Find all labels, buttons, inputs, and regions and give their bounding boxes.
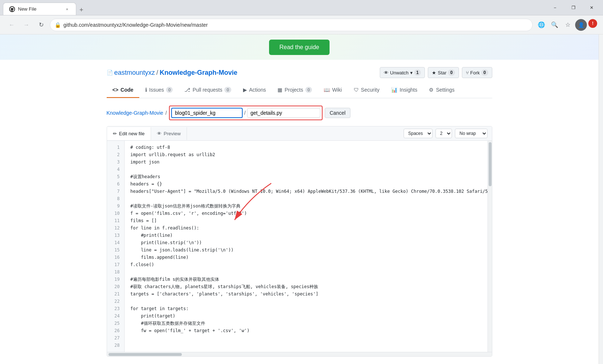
edit-tab[interactable]: ✏ Edit new file	[107, 127, 151, 140]
code-icon: <>	[113, 87, 118, 93]
filename-input[interactable]	[247, 108, 320, 118]
code-line: fw = open('film_' + target + '.csv', 'w'…	[130, 327, 482, 334]
line-number: 27	[107, 334, 124, 342]
browser-tab[interactable]: New File ×	[3, 3, 76, 15]
translate-icon[interactable]: 🌐	[536, 19, 547, 31]
line-number: 6	[107, 180, 124, 188]
unwatch-dropdown-icon: ▾	[410, 70, 413, 76]
url-text: github.com/eastmountyxz/Knowledge-Graph-…	[63, 22, 526, 28]
path-sep-2: /	[244, 110, 246, 116]
tab-title: New File	[18, 6, 37, 12]
maximize-button[interactable]: ❐	[565, 2, 582, 14]
line-number: 9	[107, 202, 124, 210]
line-number: 13	[107, 232, 124, 239]
tab-code-label: Code	[121, 87, 133, 93]
vertical-scrollbar[interactable]	[488, 141, 492, 352]
address-bar[interactable]: 🔒 github.com/eastmountyxz/Knowledge-Grap…	[50, 19, 533, 31]
code-line: #循环获取五类数据并存储至文件	[130, 320, 482, 327]
scrollbar-thumb[interactable]	[489, 142, 492, 186]
tab-wiki[interactable]: 📖 Wiki	[318, 82, 348, 98]
fork-label: Fork	[470, 70, 480, 76]
line-number: 25	[107, 320, 124, 327]
line-number: 20	[107, 283, 124, 290]
tab-close-btn[interactable]: ×	[64, 6, 70, 12]
code-line: films = []	[130, 217, 482, 224]
page-content: Read the guide 📄 eastmountyxz / Knowledg…	[0, 34, 599, 364]
search-icon[interactable]: 🔍	[549, 19, 560, 31]
line-number: 19	[107, 276, 124, 283]
minimize-button[interactable]: −	[547, 2, 563, 14]
insights-icon: 📊	[391, 87, 397, 93]
unwatch-label: Unwatch	[390, 70, 409, 76]
wiki-icon: 📖	[324, 87, 330, 93]
issues-count: 0	[166, 87, 173, 93]
tab-pr-label: Pull requests	[192, 87, 222, 93]
code-line: #print(line)	[130, 232, 482, 239]
projects-icon: ▦	[277, 87, 282, 93]
folder-input[interactable]	[171, 108, 243, 118]
code-line: f = open('films.csv', 'r', encoding='utf…	[130, 210, 482, 217]
indent-select[interactable]: 2 4	[435, 129, 452, 138]
close-button[interactable]: ✕	[583, 2, 600, 14]
tab-issues[interactable]: ℹ Issues 0	[139, 82, 179, 98]
projects-count: 0	[305, 87, 312, 93]
pr-count: 0	[224, 87, 231, 93]
tab-wiki-label: Wiki	[332, 87, 342, 93]
read-guide-button[interactable]: Read the guide	[269, 40, 330, 55]
eye-icon: 👁	[384, 70, 389, 76]
tab-actions-label: Actions	[249, 87, 266, 93]
star-button[interactable]: ★ Star 0	[428, 67, 459, 78]
repo-header: 📄 eastmountyxz / Knowledge-Graph-Movie 👁…	[107, 67, 492, 78]
actions-icon: ▶	[243, 87, 247, 93]
repo-owner-link[interactable]: eastmountyxz	[114, 69, 155, 77]
unwatch-button[interactable]: 👁 Unwatch ▾ 1	[380, 67, 425, 78]
repo-link[interactable]: Knowledge-Graph-Movie	[107, 110, 163, 116]
tab-security[interactable]: 🛡 Security	[348, 82, 386, 98]
extension-icon[interactable]: !	[588, 19, 597, 28]
fork-count: 0	[481, 69, 488, 76]
preview-tab-label: Preview	[164, 131, 181, 136]
line-number: 12	[107, 224, 124, 232]
file-path-box: /	[169, 106, 323, 120]
line-number: 5	[107, 173, 124, 180]
code-line	[130, 334, 482, 342]
page-scrollbar[interactable]	[599, 34, 603, 364]
cancel-button[interactable]: Cancel	[325, 108, 350, 118]
tab-code[interactable]: <> Code	[107, 82, 139, 98]
reload-button[interactable]: ↻	[35, 19, 47, 31]
editor-toolbar: ✏ Edit new file 👁 Preview Spaces Tabs	[107, 126, 492, 141]
pr-icon: ⎇	[184, 87, 190, 93]
code-line: print(line.strip('\n'))	[130, 239, 482, 246]
bookmark-icon[interactable]: ☆	[562, 19, 574, 31]
tab-projects-label: Projects	[284, 87, 303, 93]
spaces-select[interactable]: Spaces Tabs	[404, 129, 433, 138]
issues-icon: ℹ	[145, 87, 147, 93]
horizontal-scrollbar[interactable]	[107, 352, 492, 356]
code-line: line = json.loads(line.strip('\n'))	[130, 246, 482, 254]
code-content[interactable]: # coding: utf-8import urllib.request as …	[125, 141, 488, 352]
tab-settings[interactable]: ⚙ Settings	[423, 82, 460, 98]
h-scrollbar-thumb[interactable]	[109, 353, 182, 356]
line-number: 14	[107, 239, 124, 246]
back-button[interactable]: ←	[6, 19, 18, 31]
fork-button[interactable]: ⑂ Fork 0	[462, 67, 492, 78]
profile-button[interactable]: 👤	[575, 19, 587, 31]
forward-button[interactable]: →	[21, 19, 32, 31]
code-line: # coding: utf-8	[130, 144, 482, 151]
tab-projects[interactable]: ▦ Projects 0	[272, 82, 318, 98]
code-line	[130, 195, 482, 202]
repo-actions: 👁 Unwatch ▾ 1 ★ Star 0 ⑂ Fork	[380, 67, 492, 78]
browser-titlebar: New File × + − ❐ ✕	[0, 0, 603, 15]
repo-name-link[interactable]: Knowledge-Graph-Movie	[160, 69, 238, 77]
preview-tab[interactable]: 👁 Preview	[151, 127, 187, 140]
lock-icon: 🔒	[55, 22, 61, 28]
toolbar-icons: 🌐 🔍 ☆ 👤 !	[536, 19, 597, 31]
tab-bar: New File × +	[3, 0, 87, 15]
wrap-select[interactable]: No wrap Soft wrap	[455, 129, 488, 138]
tab-pull-requests[interactable]: ⎇ Pull requests 0	[179, 82, 237, 98]
line-number: 11	[107, 217, 124, 224]
new-tab-button[interactable]: +	[76, 5, 87, 15]
line-numbers: 1234567891011121314151617181920212223242…	[107, 141, 125, 352]
tab-insights[interactable]: 📊 Insights	[385, 82, 423, 98]
tab-actions[interactable]: ▶ Actions	[237, 82, 272, 98]
